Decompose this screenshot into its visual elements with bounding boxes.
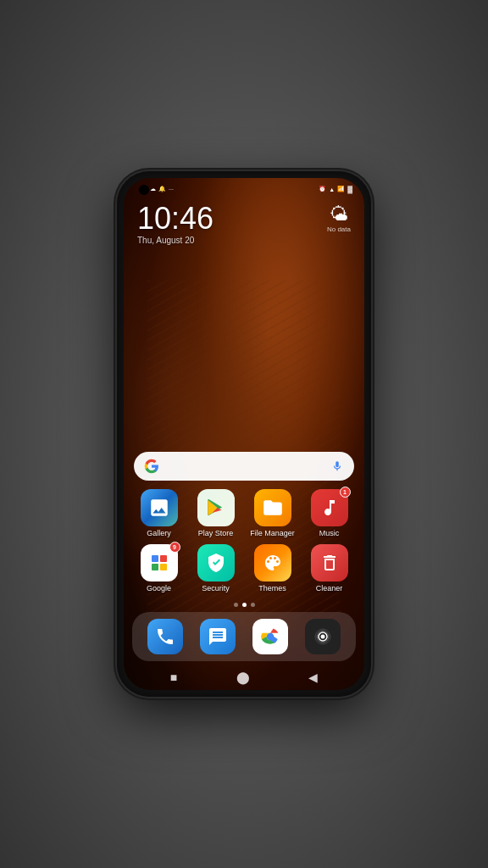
app-playstore[interactable]: Play Store <box>189 489 242 537</box>
dock-messages-icon <box>200 619 236 654</box>
phone-screen: ☁ 🔔 ··· ⏰ ▲ 📶 ▓ 10:46 Thu, August 20 <box>124 178 364 690</box>
google-icon: 9 <box>141 544 178 581</box>
music-icon: 1 <box>311 489 348 526</box>
clock-time: 10:46 <box>137 203 214 234</box>
filemanager-icon <box>254 489 291 526</box>
google-g-icon <box>144 459 159 474</box>
screen-content: ☁ 🔔 ··· ⏰ ▲ 📶 ▓ 10:46 Thu, August 20 <box>124 178 364 690</box>
svg-rect-0 <box>152 555 158 562</box>
phone-body: ☁ 🔔 ··· ⏰ ▲ 📶 ▓ 10:46 Thu, August 20 <box>117 171 371 697</box>
app-google[interactable]: 9 Google <box>132 544 186 593</box>
nav-home[interactable]: ⬤ <box>236 670 250 684</box>
music-label: Music <box>319 529 340 537</box>
dot-3[interactable] <box>251 603 255 607</box>
wallpaper-spacer <box>124 250 364 452</box>
battery-icon: ▓ <box>347 186 352 193</box>
clock-widget: 10:46 Thu, August 20 <box>137 203 214 245</box>
weather-widget: 🌤 No data <box>327 203 351 233</box>
google-badge: 9 <box>169 542 180 553</box>
security-icon <box>197 544 235 581</box>
dock-camera[interactable] <box>298 619 347 654</box>
playstore-label: Play Store <box>198 529 234 537</box>
weather-icon: 🌤 <box>330 203 348 225</box>
playstore-icon <box>197 489 235 526</box>
app-grid-row2: 9 Google <box>124 544 364 599</box>
themes-label: Themes <box>258 584 286 593</box>
dot-2[interactable] <box>242 603 247 607</box>
svg-rect-2 <box>152 564 158 570</box>
app-themes[interactable]: Themes <box>246 544 299 593</box>
weather-text: No data <box>327 225 351 233</box>
status-icon-2: 🔔 <box>158 186 166 192</box>
signal-icon: 📶 <box>337 186 345 192</box>
filemanager-label: File Manager <box>250 529 295 537</box>
themes-icon <box>254 544 291 581</box>
app-security[interactable]: Security <box>189 544 242 593</box>
dock-chrome-icon <box>252 619 288 654</box>
status-right: ⏰ ▲ 📶 ▓ <box>319 186 352 193</box>
status-icon-3: ··· <box>169 186 174 192</box>
status-bar: ☁ 🔔 ··· ⏰ ▲ 📶 ▓ <box>124 178 364 197</box>
app-cleaner[interactable]: Cleaner <box>302 544 356 593</box>
mic-icon[interactable] <box>330 459 344 473</box>
dot-1[interactable] <box>234 603 238 607</box>
cleaner-label: Cleaner <box>316 584 343 593</box>
music-badge: 1 <box>340 487 351 498</box>
search-bar[interactable] <box>134 452 354 481</box>
nav-recents[interactable]: ■ <box>170 670 177 684</box>
clock-area: 10:46 Thu, August 20 🌤 No data <box>124 197 364 250</box>
dock-messages[interactable] <box>193 619 242 654</box>
app-dock <box>132 612 356 661</box>
clock-date: Thu, August 20 <box>137 236 214 245</box>
dock-chrome[interactable] <box>246 619 295 654</box>
gallery-icon <box>141 489 178 526</box>
wifi-icon: ▲ <box>329 186 335 192</box>
security-label: Security <box>202 584 230 593</box>
dock-phone[interactable] <box>141 619 190 654</box>
app-grid-row1: Gallery Play Store <box>124 489 364 544</box>
svg-rect-3 <box>160 564 167 570</box>
app-filemanager[interactable]: File Manager <box>246 489 299 537</box>
cleaner-icon <box>311 544 348 581</box>
dock-phone-icon <box>147 619 183 654</box>
alarm-icon: ⏰ <box>319 186 326 192</box>
svg-rect-1 <box>160 555 167 562</box>
google-label: Google <box>147 584 171 593</box>
page-indicators <box>124 599 364 612</box>
dock-camera-icon <box>305 619 341 654</box>
app-music[interactable]: 1 Music <box>302 489 356 537</box>
nav-back[interactable]: ◀ <box>308 670 318 684</box>
svg-point-6 <box>321 635 325 639</box>
camera-cutout <box>139 185 149 195</box>
status-icon-1: ☁ <box>150 186 156 192</box>
gallery-label: Gallery <box>147 529 171 537</box>
app-gallery[interactable]: Gallery <box>132 489 186 537</box>
nav-bar: ■ ⬤ ◀ <box>124 666 364 690</box>
